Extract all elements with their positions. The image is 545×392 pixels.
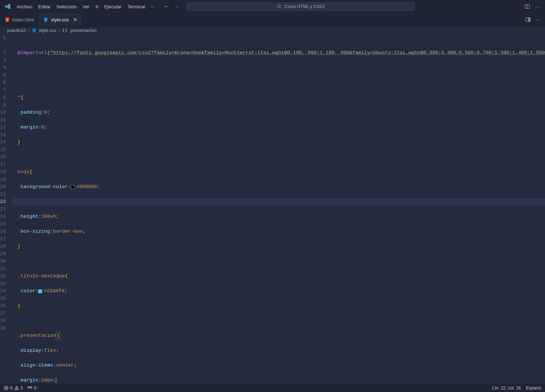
titlebar: Archivo Editar Selección Ver Ir Ejecutar… [0, 0, 545, 13]
warning-icon [14, 385, 19, 391]
status-cursor-pos[interactable]: Lín. 22, col. 16 [492, 385, 521, 391]
breadcrumb-item[interactable]: practica3 [7, 28, 26, 33]
menu-file[interactable]: Archivo [14, 3, 35, 11]
tab-label: index.html [12, 17, 34, 23]
menu-edit[interactable]: Editar [35, 3, 53, 11]
error-icon [4, 385, 9, 391]
chevron-right-icon: › [28, 28, 29, 33]
status-indent[interactable]: Espacio [526, 385, 541, 391]
menu-selection[interactable]: Selección [53, 3, 80, 11]
radio-tower-icon [27, 385, 32, 391]
chevron-right-icon: › [58, 28, 60, 33]
command-center[interactable]: Curso HTML y CSS2 [186, 2, 415, 11]
breadcrumb[interactable]: practica3 › style.css › .presentacion [0, 26, 545, 34]
brackets-icon [62, 28, 67, 33]
breadcrumb-item[interactable]: style.css [39, 28, 56, 33]
line-number-gutter: 1 23456789101112131415161718192021222324… [0, 34, 12, 384]
tab-label: style.css [51, 17, 69, 23]
menu-view[interactable]: Ver [80, 3, 93, 11]
tab-actions-more-icon[interactable]: ··· [536, 17, 540, 23]
text-cursor [56, 377, 56, 384]
menu-terminal[interactable]: Terminal [125, 3, 148, 11]
svg-point-15 [29, 387, 30, 388]
menu-bar: Archivo Editar Selección Ver Ir Ejecutar… [14, 3, 156, 11]
code-editor[interactable]: 1 23456789101112131415161718192021222324… [0, 34, 545, 384]
tab-style-css[interactable]: 3 style.css [38, 13, 82, 26]
title-more-icon[interactable]: ··· [535, 4, 539, 9]
nav-forward-icon[interactable]: → [174, 3, 180, 10]
split-editor-icon[interactable] [525, 17, 531, 23]
status-ports[interactable]: 0 [27, 385, 36, 391]
code-content[interactable]: @import url("https://fonts.googleapis.co… [12, 34, 545, 384]
nav-history: ← → [164, 3, 180, 10]
menu-more-icon[interactable]: ··· [148, 3, 156, 11]
svg-point-14 [16, 389, 17, 389]
css-file-icon: 3 [43, 17, 49, 23]
status-errors[interactable]: 0 0 [4, 385, 23, 391]
layout-toggle-icon[interactable] [524, 4, 530, 9]
status-bar: 0 0 0 Lín. 22, col. 16 Espacio [0, 384, 545, 392]
command-center-text: Curso HTML y CSS2 [284, 4, 325, 9]
nav-back-icon[interactable]: ← [164, 3, 170, 10]
html-file-icon: 5 [4, 17, 10, 23]
breadcrumb-item[interactable]: .presentacion [69, 28, 97, 33]
color-swatch[interactable] [71, 185, 75, 189]
search-icon [276, 4, 282, 9]
import-url: "https://fonts.googleapis.com/css2?famil… [50, 49, 545, 57]
menu-go[interactable]: Ir [93, 3, 101, 11]
svg-rect-9 [528, 18, 530, 22]
menu-run[interactable]: Ejecutar [101, 3, 125, 11]
svg-line-1 [280, 7, 281, 8]
tabs-bar: 5 index.html 3 style.css ··· [0, 13, 545, 26]
close-icon[interactable] [73, 17, 78, 22]
color-swatch[interactable] [38, 289, 42, 293]
css-file-icon [32, 28, 37, 33]
svg-point-0 [277, 5, 280, 8]
vscode-logo-icon [4, 3, 11, 10]
tab-index-html[interactable]: 5 index.html [0, 13, 38, 26]
